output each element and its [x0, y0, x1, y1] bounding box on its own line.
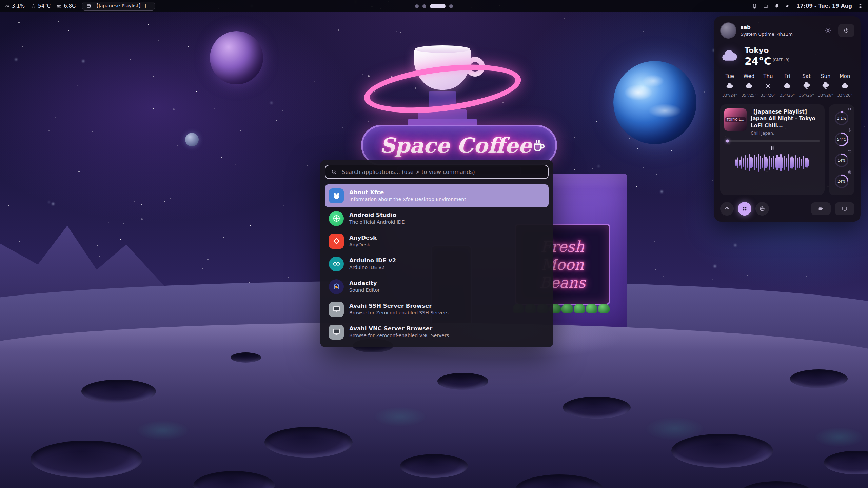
workspace-dot[interactable] — [422, 4, 426, 8]
cloud-icon — [720, 47, 739, 66]
album-label: TOKYO L... — [725, 117, 746, 122]
app-row-about-xfce[interactable]: About Xfce Information about the Xfce De… — [325, 184, 549, 207]
waveform — [724, 153, 821, 172]
avatar[interactable] — [720, 22, 736, 39]
weather-card: Tokyo 24°C(GMT+9) — [720, 46, 854, 67]
forecast-day: Fri 35°/26° — [778, 73, 797, 98]
active-window-chip[interactable]: 【Japanese Playlist】 J... — [82, 2, 155, 11]
crater — [563, 396, 631, 419]
crater — [790, 369, 848, 388]
forecast-day: Sat 36°/26° — [797, 73, 816, 98]
memory-icon — [57, 4, 62, 9]
progress-handle[interactable] — [726, 139, 729, 142]
memory-value: 6.8G — [64, 3, 76, 9]
search-icon — [331, 169, 337, 175]
phone-icon[interactable] — [752, 3, 757, 9]
app-grid-icon[interactable] — [857, 3, 863, 9]
forecast-icon — [822, 82, 830, 90]
disk-gauge: 24% — [832, 171, 851, 192]
progress-bar[interactable] — [725, 140, 820, 142]
app-row-avahi-ssh[interactable]: Avahi SSH Server Browser Browse for Zero… — [325, 298, 549, 321]
crater — [264, 427, 353, 458]
forecast-day: Wed 35°/25° — [739, 73, 759, 98]
settings-button[interactable] — [822, 24, 834, 37]
forecast-icon — [764, 82, 772, 90]
small-moon — [185, 133, 199, 146]
app-row-audacity[interactable]: Audacity Sound Editor — [325, 275, 549, 298]
network-icon[interactable] — [763, 3, 769, 9]
workspace-dot[interactable] — [430, 4, 446, 8]
forecast-day: Tue 33°/24° — [720, 73, 739, 98]
display-button[interactable] — [835, 202, 854, 215]
weather-temp: 24°C(GMT+9) — [745, 55, 789, 67]
workspace-indicator[interactable] — [415, 0, 453, 12]
system-stats: 3.1% 54°C 14% 24% — [829, 104, 854, 195]
forecast-day: Thu 33°/26° — [758, 73, 778, 98]
weather-forecast: Tue 33°/24° Wed 35°/25° Thu 33°/26° Fri … — [720, 73, 854, 98]
temperature-value: 54°C — [38, 3, 51, 9]
bell-icon[interactable] — [774, 3, 780, 9]
search-input[interactable] — [341, 168, 542, 176]
apps-button[interactable] — [738, 202, 751, 216]
crater — [81, 380, 156, 403]
track-artist: Chill Japan. — [751, 130, 821, 136]
forecast-icon — [841, 82, 849, 90]
forecast-day: Mon 33°/26° — [835, 73, 854, 98]
control-panel: seb System Uptime: 4h11m Tokyo 24°C(GMT+… — [714, 16, 861, 222]
clock[interactable]: 17:09 - Tue, 19 Aug — [796, 3, 852, 9]
temperature-indicator[interactable]: 54°C — [31, 3, 51, 9]
purple-planet — [210, 31, 263, 84]
search-bar[interactable] — [325, 165, 549, 179]
crater — [231, 352, 261, 363]
username: seb — [741, 24, 793, 30]
app-row-anydesk[interactable]: AnyDesk AnyDesk — [325, 230, 549, 252]
forecast-icon — [726, 82, 734, 90]
window-icon — [86, 4, 91, 8]
saturn-ring — [361, 57, 524, 121]
pause-icon — [769, 145, 776, 151]
app-row-avahi-vnc[interactable]: Avahi VNC Server Browser Browse for Zero… — [325, 321, 549, 343]
album-art[interactable]: TOKYO L... — [724, 108, 747, 131]
app-launcher: About Xfce Information about the Xfce De… — [320, 160, 553, 347]
forecast-icon — [783, 82, 791, 90]
app-row-android-studio[interactable]: Android Studio The official Android IDE — [325, 207, 549, 230]
audacity-icon — [329, 279, 344, 294]
tablet-icon — [842, 206, 848, 212]
crater — [400, 454, 468, 478]
app-list: About Xfce Information about the Xfce De… — [325, 184, 549, 343]
screen-record-button[interactable] — [811, 202, 831, 215]
pause-button[interactable] — [767, 144, 778, 152]
app-row-arduino[interactable]: Arduino IDE v2 Arduino IDE v2 — [325, 252, 549, 275]
videocam-icon — [818, 206, 824, 212]
workspace-dot[interactable] — [449, 4, 453, 8]
track-title: 【Japanese Playlist】 Japan All Night - To… — [751, 108, 821, 129]
xfce-icon — [329, 188, 344, 203]
forecast-icon — [745, 82, 753, 90]
forecast-day: Sun 33°/26° — [816, 73, 835, 98]
cpu-indicator[interactable]: 3.1% — [5, 3, 25, 9]
apps-grid-icon — [742, 206, 748, 212]
arduino-icon — [329, 257, 344, 271]
cpu-gauge-icon — [5, 4, 10, 9]
memory-indicator[interactable]: 6.8G — [57, 3, 76, 9]
memory-gauge: 14% — [832, 150, 851, 171]
gear-icon — [825, 27, 831, 34]
power-button[interactable] — [838, 24, 854, 37]
anydesk-icon — [329, 234, 344, 249]
dashboard-button[interactable] — [720, 202, 734, 216]
power-icon — [843, 27, 849, 34]
weather-city: Tokyo — [745, 46, 789, 55]
thermometer-icon — [31, 4, 36, 9]
user-header: seb System Uptime: 4h11m — [720, 22, 854, 39]
avahi-vnc-icon — [329, 325, 344, 340]
cpu-usage-value: 3.1% — [12, 3, 25, 9]
forecast-icon — [803, 82, 811, 90]
avahi-ssh-icon — [329, 302, 344, 317]
crater — [31, 441, 142, 478]
network-button[interactable] — [755, 202, 769, 216]
speedometer-icon — [724, 206, 730, 212]
volume-icon[interactable] — [785, 3, 791, 9]
active-window-title: 【Japanese Playlist】 J... — [94, 3, 151, 9]
temperature-gauge: 54°C — [832, 129, 851, 150]
workspace-dot[interactable] — [415, 4, 419, 8]
